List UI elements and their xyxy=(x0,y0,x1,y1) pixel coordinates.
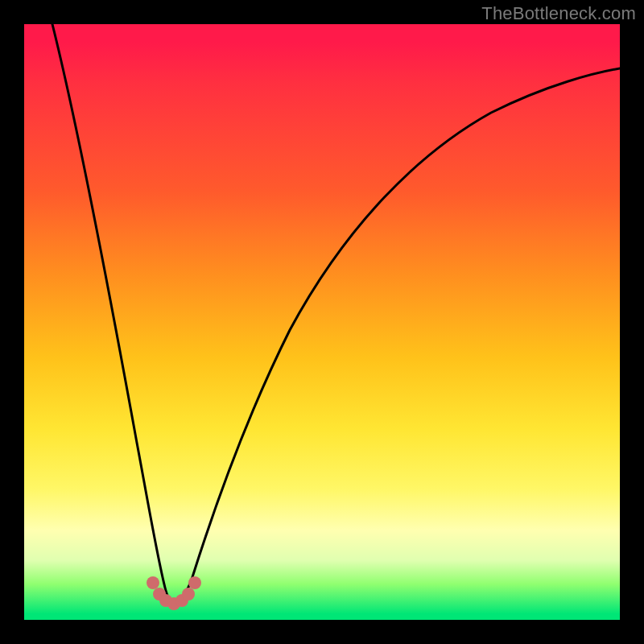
plot-area xyxy=(24,24,620,620)
svg-point-5 xyxy=(182,588,195,601)
chart-frame: TheBottleneck.com xyxy=(0,0,644,644)
svg-point-6 xyxy=(188,576,201,589)
curve-layer xyxy=(24,24,620,620)
bottleneck-curve xyxy=(52,24,620,604)
svg-point-0 xyxy=(147,576,159,589)
highlight-dots xyxy=(147,576,201,610)
watermark-text: TheBottleneck.com xyxy=(481,3,636,24)
